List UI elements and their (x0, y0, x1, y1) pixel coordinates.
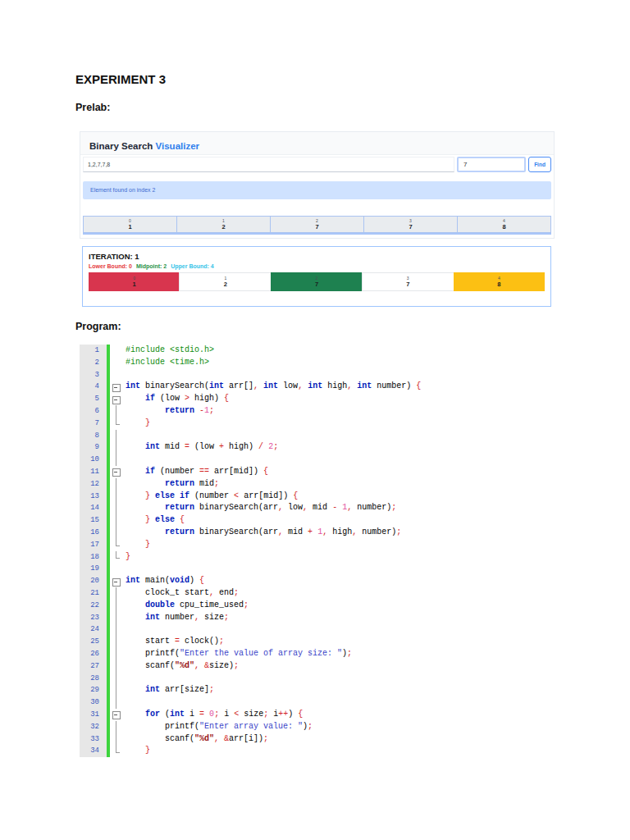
code-line: 32 printf("Enter array value: "); (80, 721, 578, 733)
fold-marker-icon (110, 575, 121, 587)
bound-label: Upper Bound: 4 (171, 263, 214, 269)
line-number: 8 (80, 430, 107, 442)
line-number: 15 (80, 514, 107, 527)
line-number: 34 (80, 745, 107, 757)
array-input[interactable] (83, 157, 454, 172)
array-cell: 37 (363, 216, 458, 233)
visualizer-body: Find Element found on index 2 0112273748 (80, 157, 554, 235)
line-number: 21 (80, 587, 107, 600)
fold-guide (110, 673, 121, 685)
code-text: } else { (121, 514, 578, 527)
code-line: 8 (80, 430, 578, 442)
iteration-cell: 27 (271, 272, 362, 291)
code-text: printf("Enter array value: "); (121, 721, 578, 733)
code-text: } (121, 745, 578, 757)
code-text: int main(void) { (121, 575, 578, 587)
array-row: 0112273748 (83, 216, 551, 235)
fold-guide (110, 721, 121, 733)
result-alert: Element found on index 2 (83, 181, 551, 199)
line-number: 32 (80, 721, 107, 733)
line-number: 2 (80, 357, 107, 369)
bound-label: Lower Bound: 0 (89, 263, 132, 269)
line-number: 13 (80, 491, 107, 503)
code-line: 6 return -1; (80, 405, 578, 418)
code-line: 3 (80, 369, 578, 381)
code-text: if (number == arr[mid]) { (121, 466, 578, 478)
code-line: 30 (80, 696, 578, 709)
code-text: int arr[size]; (121, 684, 578, 696)
code-line: 4int binarySearch(int arr[], int low, in… (80, 381, 578, 393)
fold-guide (110, 587, 121, 600)
line-number: 9 (80, 441, 107, 454)
fold-guide (110, 478, 121, 491)
code-line: 13 } else if (number < arr[mid]) { (80, 491, 578, 503)
code-line: 29 int arr[size]; (80, 684, 578, 696)
line-number: 27 (80, 660, 107, 673)
code-text: int binarySearch(int arr[], int low, int… (121, 381, 578, 393)
line-number: 11 (80, 466, 107, 478)
array-cell-value: 7 (409, 223, 412, 231)
line-number: 31 (80, 709, 107, 721)
line-number: 7 (80, 418, 107, 430)
array-cell: 01 (83, 216, 177, 233)
line-number: 20 (80, 575, 107, 587)
iteration-cell: 37 (362, 272, 454, 291)
fold-guide (110, 612, 121, 624)
fold-guide (110, 527, 121, 539)
code-line: 7 } (80, 418, 578, 430)
code-text (121, 673, 578, 685)
code-line: 2#include <time.h> (80, 357, 578, 369)
array-cell: 12 (176, 216, 271, 233)
line-number: 18 (80, 551, 107, 564)
fold-guide (110, 623, 121, 636)
fold-marker-icon (110, 466, 121, 478)
line-number: 30 (80, 696, 107, 709)
line-number: 3 (80, 369, 107, 381)
code-text: } (121, 539, 578, 551)
array-cell-value: 7 (315, 223, 318, 231)
fold-guide (110, 563, 121, 575)
code-line: 21 clock_t start, end; (80, 587, 578, 600)
line-number: 17 (80, 539, 107, 551)
code-text: scanf("%d", &size); (121, 660, 578, 673)
fold-guide (110, 660, 121, 673)
code-line: 23 int number, size; (80, 612, 578, 624)
fold-guide (110, 491, 121, 503)
iteration-card: ITERATION: 1 Lower Bound: 0Midpoint: 2Up… (82, 246, 551, 307)
iteration-cell-value: 7 (315, 281, 318, 288)
fold-guide (110, 636, 121, 648)
array-cell-value: 8 (502, 223, 505, 231)
code-text: } else if (number < arr[mid]) { (121, 491, 578, 503)
array-cell: 27 (270, 216, 364, 233)
visualizer-title: Binary Search (89, 141, 153, 151)
code-text: #include <time.h> (121, 357, 578, 369)
iteration-cell-value: 7 (406, 281, 409, 288)
code-text: return binarySearch(arr, low, mid - 1, n… (121, 502, 578, 514)
code-text (121, 696, 578, 709)
line-number: 5 (80, 393, 107, 405)
target-input[interactable] (457, 157, 526, 172)
code-line: 27 scanf("%d", &size); (80, 660, 578, 673)
code-text: #include <stdio.h> (121, 345, 578, 357)
line-number: 14 (80, 502, 107, 514)
code-line: 17 } (80, 539, 578, 551)
iteration-cell-value: 8 (497, 281, 500, 288)
code-line: 28 (80, 673, 578, 685)
code-text: return -1; (121, 405, 578, 418)
iteration-row: 0112273748 (89, 272, 545, 291)
array-cell: 48 (457, 216, 551, 233)
code-text: int number, size; (121, 612, 578, 624)
code-text: double cpu_time_used; (121, 600, 578, 612)
code-text: for (int i = 0; i < size; i++) { (121, 709, 578, 721)
code-text (121, 454, 578, 466)
fold-guide (110, 418, 121, 430)
find-button[interactable]: Find (528, 157, 551, 172)
code-line: 19 (80, 563, 578, 575)
fold-guide (110, 357, 121, 369)
line-number: 33 (80, 733, 107, 746)
line-number: 23 (80, 612, 107, 624)
code-line: 1#include <stdio.h> (80, 345, 578, 357)
code-text (121, 369, 578, 381)
code-line: 31 for (int i = 0; i < size; i++) { (80, 709, 578, 721)
code-line: 26 printf("Enter the value of array size… (80, 648, 578, 660)
